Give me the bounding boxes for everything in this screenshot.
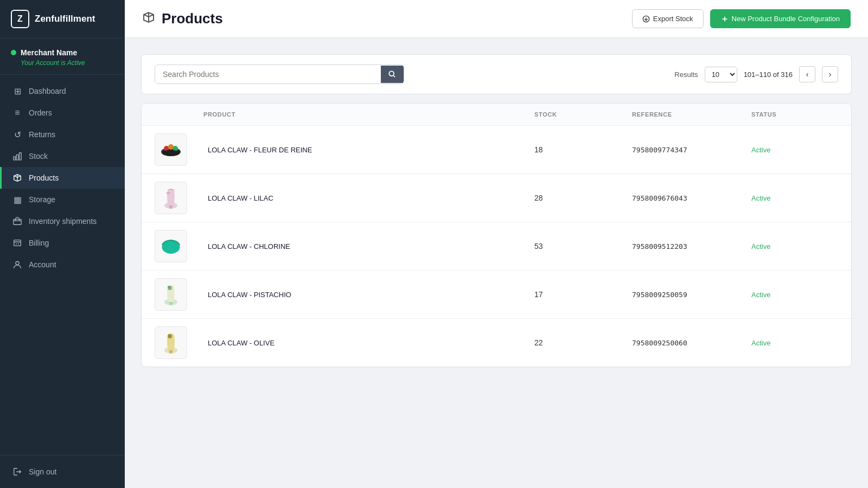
new-bundle-label: New Product Bundle Configuration bbox=[732, 15, 840, 23]
sidebar-item-returns[interactable]: ↺ Returns bbox=[0, 124, 125, 145]
sidebar-item-label: Account bbox=[29, 260, 56, 269]
storage-icon: ▦ bbox=[12, 195, 22, 204]
search-button[interactable] bbox=[381, 66, 404, 83]
table-row[interactable]: LOLA CLAW - LILAC 28 7958009676043 Activ… bbox=[142, 174, 851, 222]
products-table: PRODUCT STOCK REFERENCE STATUS LOLA CLAW bbox=[141, 103, 852, 367]
pagination-prev-button[interactable]: ‹ bbox=[799, 66, 815, 82]
sidebar-item-label: Billing bbox=[29, 239, 49, 247]
svg-point-12 bbox=[162, 150, 180, 156]
export-stock-label: Export Stock bbox=[653, 15, 693, 23]
results-label: Results bbox=[674, 70, 698, 79]
svg-rect-3 bbox=[14, 219, 21, 224]
column-thumb bbox=[155, 111, 203, 118]
svg-point-5 bbox=[16, 261, 19, 265]
table-row[interactable]: LOLA CLAW - PISTACHIO 17 7958009250059 A… bbox=[142, 271, 851, 319]
new-bundle-button[interactable]: New Product Bundle Configuration bbox=[710, 9, 851, 28]
billing-icon bbox=[12, 238, 22, 248]
sign-out-item[interactable]: Sign out bbox=[0, 461, 125, 483]
product-name: LOLA CLAW - FLEUR DE REINE bbox=[203, 146, 534, 154]
product-stock: 17 bbox=[534, 290, 632, 299]
product-stock: 18 bbox=[534, 145, 632, 154]
topbar: Products Export Stock New Product Bundle… bbox=[125, 0, 868, 38]
sidebar-item-label: Dashboard bbox=[29, 87, 66, 95]
sidebar-item-dashboard[interactable]: ⊞ Dashboard bbox=[0, 80, 125, 102]
logo-area: Z Zenfulfillment bbox=[0, 0, 125, 38]
sidebar-nav: ⊞ Dashboard ≡ Orders ↺ Returns Stock bbox=[0, 75, 125, 455]
product-name: LOLA CLAW - CHLORINE bbox=[203, 242, 534, 251]
sign-out-label: Sign out bbox=[29, 467, 56, 476]
export-stock-button[interactable]: Export Stock bbox=[632, 9, 704, 28]
page-title: Products bbox=[162, 10, 223, 27]
sidebar-item-inventory-shipments[interactable]: Inventory shipments bbox=[0, 210, 125, 232]
svg-point-14 bbox=[166, 192, 170, 194]
product-name: LOLA CLAW - PISTACHIO bbox=[203, 291, 534, 299]
pagination-range: 101–110 of 316 bbox=[744, 70, 793, 79]
column-status: STATUS bbox=[751, 111, 838, 118]
orders-icon: ≡ bbox=[12, 108, 22, 118]
sidebar-item-stock[interactable]: Stock bbox=[0, 145, 125, 167]
search-pagination-bar: Results 10 25 50 100 101–110 of 316 ‹ › bbox=[141, 54, 852, 94]
sidebar: Z Zenfulfillment Merchant Name Your Acco… bbox=[0, 0, 125, 488]
product-thumbnail bbox=[155, 182, 187, 214]
sidebar-item-label: Orders bbox=[29, 108, 52, 117]
search-input-wrap bbox=[155, 65, 404, 84]
sidebar-item-label: Products bbox=[29, 174, 59, 182]
table-row[interactable]: LOLA CLAW - CHLORINE 53 7958009512203 Ac… bbox=[142, 222, 851, 271]
svg-rect-1 bbox=[16, 155, 18, 160]
dashboard-icon: ⊞ bbox=[12, 86, 22, 96]
product-reference: 7958009676043 bbox=[632, 194, 751, 202]
sidebar-item-label: Storage bbox=[29, 195, 55, 204]
results-per-page-select[interactable]: 10 25 50 100 bbox=[705, 67, 737, 82]
sidebar-item-orders[interactable]: ≡ Orders bbox=[0, 102, 125, 124]
product-thumbnail bbox=[155, 230, 187, 262]
product-thumbnail bbox=[155, 133, 187, 166]
content-area: Results 10 25 50 100 101–110 of 316 ‹ › … bbox=[125, 38, 868, 488]
product-status: Active bbox=[751, 339, 838, 347]
sidebar-item-products[interactable]: Products bbox=[0, 167, 125, 189]
merchant-name-row: Merchant Name bbox=[11, 48, 114, 57]
returns-icon: ↺ bbox=[12, 130, 22, 139]
sidebar-item-label: Returns bbox=[29, 130, 55, 139]
product-reference: 7958009774347 bbox=[632, 146, 751, 154]
product-name: LOLA CLAW - LILAC bbox=[203, 194, 534, 202]
merchant-name: Merchant Name bbox=[21, 48, 77, 57]
inventory-shipments-icon bbox=[12, 216, 22, 226]
merchant-status: Your Account is Active bbox=[11, 59, 114, 67]
search-input[interactable] bbox=[155, 65, 381, 84]
table-row[interactable]: LOLA CLAW - FLEUR DE REINE 18 7958009774… bbox=[142, 126, 851, 174]
sidebar-item-label: Inventory shipments bbox=[29, 217, 97, 226]
product-name: LOLA CLAW - OLIVE bbox=[203, 339, 534, 347]
product-reference: 7958009250059 bbox=[632, 291, 751, 299]
svg-point-19 bbox=[168, 334, 172, 338]
sidebar-item-label: Stock bbox=[29, 152, 48, 160]
sign-out-icon bbox=[12, 467, 22, 477]
product-status: Active bbox=[751, 146, 838, 154]
page-title-icon bbox=[142, 11, 155, 27]
account-icon bbox=[12, 260, 22, 269]
svg-point-7 bbox=[389, 71, 394, 76]
products-icon bbox=[12, 173, 22, 183]
svg-rect-2 bbox=[20, 153, 22, 160]
product-thumbnail bbox=[155, 278, 187, 311]
svg-rect-0 bbox=[14, 157, 16, 160]
merchant-area: Merchant Name Your Account is Active bbox=[0, 38, 125, 75]
product-thumbnail bbox=[155, 326, 187, 359]
pagination-next-button[interactable]: › bbox=[822, 66, 838, 82]
page-title-area: Products bbox=[142, 10, 223, 27]
product-reference: 7958009512203 bbox=[632, 242, 751, 251]
product-stock: 22 bbox=[534, 338, 632, 347]
product-status: Active bbox=[751, 291, 838, 299]
main-content: Products Export Stock New Product Bundle… bbox=[125, 0, 868, 488]
svg-rect-4 bbox=[14, 240, 21, 246]
product-status: Active bbox=[751, 194, 838, 202]
product-stock: 53 bbox=[534, 242, 632, 251]
sidebar-item-account[interactable]: Account bbox=[0, 254, 125, 275]
sidebar-item-billing[interactable]: Billing bbox=[0, 232, 125, 254]
product-status: Active bbox=[751, 242, 838, 251]
pagination-area: Results 10 25 50 100 101–110 of 316 ‹ › bbox=[674, 66, 838, 82]
table-header: PRODUCT STOCK REFERENCE STATUS bbox=[142, 104, 851, 126]
table-row[interactable]: LOLA CLAW - OLIVE 22 7958009250060 Activ… bbox=[142, 319, 851, 367]
column-stock: STOCK bbox=[534, 111, 632, 118]
product-stock: 28 bbox=[534, 194, 632, 202]
sidebar-item-storage[interactable]: ▦ Storage bbox=[0, 189, 125, 210]
